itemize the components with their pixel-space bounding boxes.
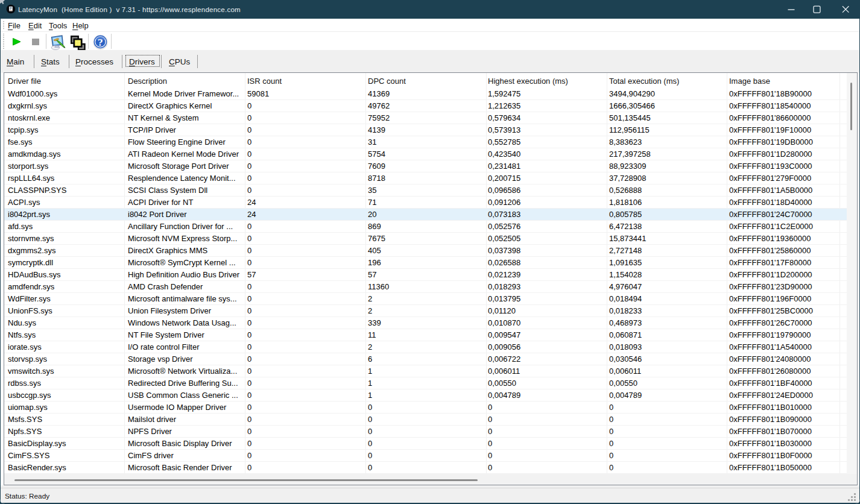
svg-text:?: ? [98, 36, 103, 48]
